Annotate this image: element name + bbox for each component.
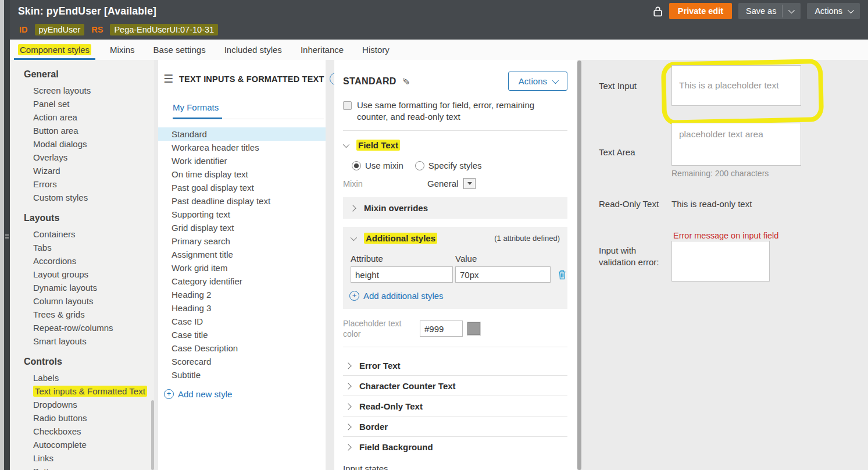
sidebar-item-modal-dialogs[interactable]: Modal dialogs <box>10 137 154 151</box>
mixin-overrides-section[interactable]: Mixin overrides <box>343 197 567 219</box>
preview-text-area[interactable] <box>671 123 801 166</box>
format-item-grid-display-text[interactable]: Grid display text <box>158 221 326 234</box>
sidebar-item-action-area[interactable]: Action area <box>10 111 154 124</box>
read-only-label: Read-Only Text <box>599 199 659 209</box>
sidebar-item-containers[interactable]: Containers <box>10 227 154 241</box>
add-additional-styles-link[interactable]: + Add additional styles <box>349 291 560 301</box>
mixin-dropdown-icon[interactable] <box>463 178 476 189</box>
save-as-button[interactable]: Save as <box>738 3 801 19</box>
section-read-only-text[interactable]: Read-Only Text <box>343 396 567 416</box>
sidebar-item-dynamic-layouts[interactable]: Dynamic layouts <box>10 281 154 294</box>
format-item-supporting-text[interactable]: Supporting text <box>158 208 326 221</box>
format-item-case-description[interactable]: Case Description <box>158 341 326 355</box>
sidebar-item-text-inputs-formatted-text[interactable]: Text inputs & Formatted Text <box>10 384 154 398</box>
sidebar-item-layout-groups[interactable]: Layout groups <box>10 268 154 281</box>
format-item-past-goal-display-text[interactable]: Past goal display text <box>158 181 326 194</box>
section-title: Character Counter Text <box>359 381 456 391</box>
sidebar-item-button-area[interactable]: Button area <box>10 124 154 137</box>
format-item-scorecard[interactable]: Scorecard <box>158 355 326 368</box>
sidebar-item-column-layouts[interactable]: Column layouts <box>10 294 154 308</box>
format-item-standard[interactable]: Standard <box>158 127 326 141</box>
format-item-past-deadline-display-text[interactable]: Past deadline display text <box>158 194 326 208</box>
sidebar-section-title: Controls <box>24 357 154 367</box>
format-item-subtitle[interactable]: Subtitle <box>158 368 326 382</box>
format-item-category-identifier[interactable]: Category identifier <box>158 275 326 288</box>
section-character-counter-text[interactable]: Character Counter Text <box>343 375 567 396</box>
private-edit-button[interactable]: Private edit <box>669 3 732 19</box>
format-item-on-time-display-text[interactable]: On time display text <box>158 168 326 181</box>
sidebar-item-label: Links <box>33 453 53 463</box>
format-item-heading-2[interactable]: Heading 2 <box>158 288 326 301</box>
section-error-text[interactable]: Error Text <box>343 355 567 375</box>
format-item-primary-search[interactable]: Primary search <box>158 234 326 248</box>
preview-text-input[interactable] <box>671 65 801 106</box>
trash-icon[interactable] <box>558 269 567 280</box>
sidebar-item-links[interactable]: Links <box>10 451 154 465</box>
sidebar-item-overlays[interactable]: Overlays <box>10 151 154 164</box>
sidebar-section-general: GeneralScreen layoutsPanel setAction are… <box>10 69 154 204</box>
ruleset-value: Pega-EndUserUI:07-10-31 <box>110 24 218 35</box>
specify-styles-radio[interactable] <box>415 161 424 170</box>
section-field-background[interactable]: Field Background <box>343 436 567 457</box>
additional-styles-header[interactable]: Additional styles (1 attribute defined) <box>351 233 560 244</box>
sidebar-item-accordions[interactable]: Accordions <box>10 254 154 268</box>
placeholder-color-input[interactable] <box>420 321 463 337</box>
sidebar-item-repeat-row-columns[interactable]: Repeat-row/columns <box>10 321 154 334</box>
preview-validation-input[interactable] <box>671 241 770 282</box>
sidebar-item-label: Dynamic layouts <box>33 283 97 293</box>
sidebar-item-checkboxes[interactable]: Checkboxes <box>10 425 154 438</box>
sidebar-item-label: Containers <box>33 229 76 239</box>
add-new-style-link[interactable]: + Add new style <box>164 389 326 399</box>
format-item-case-id[interactable]: Case ID <box>158 315 326 328</box>
section-field-text[interactable]: Field Text <box>343 140 567 151</box>
sidebar-item-radio-buttons[interactable]: Radio buttons <box>10 411 154 425</box>
panel-resize-handle[interactable] <box>4 0 10 470</box>
value-input[interactable] <box>455 266 551 283</box>
sidebar-item-panel-set[interactable]: Panel set <box>10 97 154 111</box>
sidebar-item-labels[interactable]: Labels <box>10 371 154 384</box>
color-swatch[interactable] <box>467 322 480 335</box>
format-item-heading-3[interactable]: Heading 3 <box>158 301 326 315</box>
sidebar-item-wizard[interactable]: Wizard <box>10 164 154 177</box>
page-title: Skin: pyEndUser [Available] <box>18 5 156 17</box>
sidebar-item-smart-layouts[interactable]: Smart layouts <box>10 334 154 348</box>
hamburger-icon[interactable]: ☰ <box>163 75 173 83</box>
sidebar-item-autocomplete[interactable]: Autocomplete <box>10 438 154 451</box>
tab-component-styles[interactable]: Component styles <box>16 40 94 60</box>
attribute-input[interactable] <box>351 266 453 283</box>
detail-scrollbar[interactable] <box>577 60 581 470</box>
tab-label: Mixins <box>110 45 135 55</box>
add-new-style-label: Add new style <box>178 389 232 399</box>
sidebar-item-label: Column layouts <box>33 296 93 306</box>
format-item-work-identifier[interactable]: Work identifier <box>158 154 326 168</box>
format-item-assignment-title[interactable]: Assignment title <box>158 248 326 261</box>
format-item-work-grid-item[interactable]: Work grid item <box>158 261 326 275</box>
tab-mixins[interactable]: Mixins <box>108 40 137 60</box>
section-border[interactable]: Border <box>343 416 567 436</box>
same-formatting-checkbox[interactable] <box>343 101 352 110</box>
sidebar-item-custom-styles[interactable]: Custom styles <box>10 191 154 204</box>
tab-included-styles[interactable]: Included styles <box>222 40 284 60</box>
tab-base-settings[interactable]: Base settings <box>151 40 208 60</box>
sidebar-item-dropdowns[interactable]: Dropdowns <box>10 398 154 411</box>
sidebar-item-tabs[interactable]: Tabs <box>10 241 154 254</box>
sidebar-item-trees-grids[interactable]: Trees & grids <box>10 308 154 321</box>
style-actions-label: Actions <box>519 76 547 86</box>
sidebar-item-buttons[interactable]: Buttons <box>10 465 154 470</box>
sidebar-item-errors[interactable]: Errors <box>10 177 154 191</box>
tab-my-formats[interactable]: My Formats <box>173 102 222 119</box>
sidebar-item-label: Accordions <box>33 256 76 266</box>
actions-menu-button[interactable]: Actions <box>807 3 860 19</box>
edit-pencil-icon[interactable]: ✎ <box>400 77 411 85</box>
chevron-down-icon[interactable] <box>788 7 795 13</box>
sidebar-scrollbar[interactable] <box>151 400 154 470</box>
format-item-workarea-header-titles[interactable]: Workarea header titles <box>158 141 326 154</box>
sidebar-item-label: Layout groups <box>33 269 88 279</box>
tab-bar: Component stylesMixinsBase settingsInclu… <box>10 40 868 60</box>
sidebar-item-screen-layouts[interactable]: Screen layouts <box>10 84 154 97</box>
use-mixin-radio[interactable] <box>352 161 361 170</box>
tab-history[interactable]: History <box>360 40 392 60</box>
style-actions-button[interactable]: Actions <box>508 72 567 91</box>
format-item-case-title[interactable]: Case title <box>158 328 326 341</box>
tab-inheritance[interactable]: Inheritance <box>298 40 346 60</box>
